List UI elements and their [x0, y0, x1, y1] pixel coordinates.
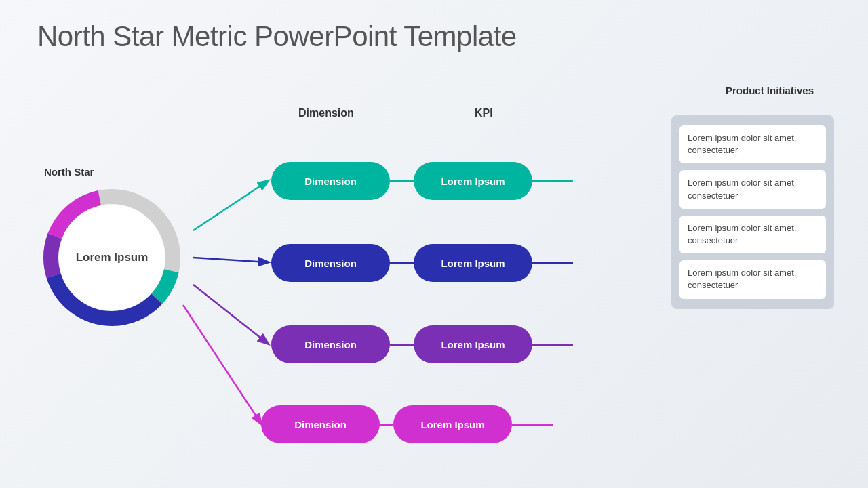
column-header-kpi: KPI	[475, 107, 493, 119]
column-header-dimension: Dimension	[298, 107, 354, 119]
row2-kpi-pill: Lorem Ipsum	[414, 244, 532, 282]
row4-connector-1	[380, 424, 393, 426]
row3-dimension-pill: Dimension	[271, 325, 390, 363]
initiative-item-3: Lorem ipsum dolor sit amet, consectetuer	[679, 216, 826, 253]
row4-connector-2	[512, 424, 553, 426]
initiative-item-1: Lorem ipsum dolor sit amet, consectetuer	[679, 125, 826, 163]
svg-line-7	[193, 258, 268, 262]
row-3: Dimension Lorem Ipsum	[271, 325, 573, 363]
row4-kpi-pill: Lorem Ipsum	[393, 405, 512, 443]
initiative-item-2: Lorem ipsum dolor sit amet, consectetuer	[679, 170, 826, 208]
svg-line-9	[183, 305, 261, 424]
slide: North Star Metric PowerPoint Template Di…	[0, 0, 868, 488]
row2-connector-2	[532, 262, 573, 264]
initiatives-panel: Lorem ipsum dolor sit amet, consectetuer…	[671, 115, 834, 309]
row1-dimension-pill: Dimension	[271, 162, 390, 200]
svg-line-8	[193, 285, 268, 344]
row3-connector-1	[390, 344, 414, 346]
row1-connector-1	[390, 180, 414, 182]
row2-connector-1	[390, 262, 414, 264]
row1-kpi-pill: Lorem Ipsum	[414, 162, 532, 200]
initiatives-title: Product Initiatives	[726, 85, 814, 96]
initiative-item-4: Lorem ipsum dolor sit amet, consectetuer	[679, 260, 826, 298]
row-1: Dimension Lorem Ipsum	[271, 162, 573, 200]
page-title: North Star Metric PowerPoint Template	[37, 20, 517, 53]
svg-line-6	[193, 181, 268, 230]
north-star-label: North Star	[44, 166, 94, 178]
row-2: Dimension Lorem Ipsum	[271, 244, 573, 282]
row4-dimension-pill: Dimension	[261, 405, 380, 443]
row3-connector-2	[532, 344, 573, 346]
row-4: Dimension Lorem Ipsum	[261, 405, 553, 443]
row1-connector-2	[532, 180, 573, 182]
row2-dimension-pill: Dimension	[271, 244, 390, 282]
row3-kpi-pill: Lorem Ipsum	[414, 325, 532, 363]
north-star-center-text: Lorem Ipsum	[71, 251, 153, 264]
